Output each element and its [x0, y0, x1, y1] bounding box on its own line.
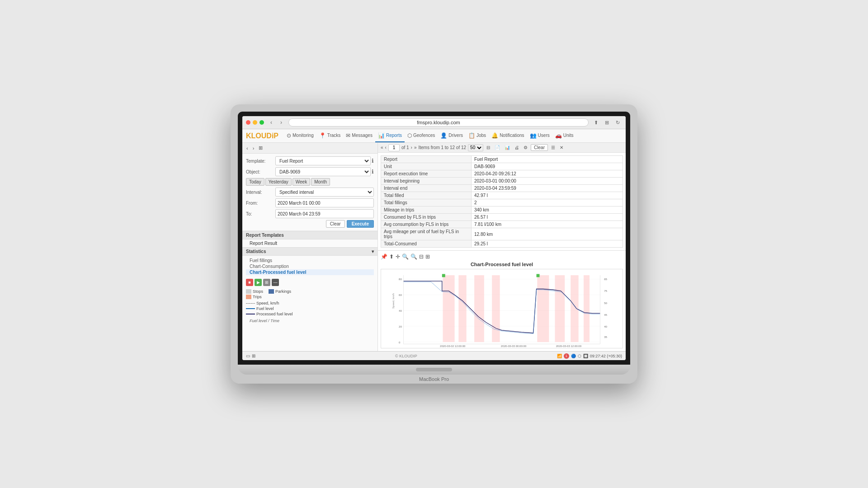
svg-text:75: 75	[604, 289, 607, 292]
map-play-button[interactable]: ▶	[255, 279, 262, 286]
today-button[interactable]: Today	[246, 178, 264, 186]
refresh-button[interactable]: ↻	[613, 118, 622, 127]
svg-rect-20	[474, 275, 484, 342]
chart-tool-settings[interactable]: ⊞	[425, 253, 430, 260]
status-right: 📶 1 🔵 ⬡ 🔲 09:27:42 (+05:30)	[557, 353, 622, 359]
chart-tool-share[interactable]: ⬆	[389, 253, 394, 260]
clear-button[interactable]: Clear	[326, 220, 345, 228]
last-page-button[interactable]: »	[414, 145, 417, 150]
nav-item-messages[interactable]: ✉ Messages	[343, 129, 375, 142]
svg-text:2020-03-03 00:00:00: 2020-03-03 00:00:00	[501, 344, 527, 347]
interval-select[interactable]: Specified interval	[275, 188, 374, 197]
nav-item-units[interactable]: 🚗 Units	[552, 129, 576, 142]
tab-button[interactable]: ⊞	[602, 118, 611, 127]
svg-rect-27	[537, 274, 540, 277]
first-page-button[interactable]: «	[381, 145, 383, 150]
template-select[interactable]: Fuel Report	[275, 156, 371, 165]
share-button[interactable]: ⬆	[591, 118, 600, 127]
from-input[interactable]	[275, 198, 374, 207]
nav-item-jobs[interactable]: 📋 Jobs	[466, 129, 489, 142]
yesterday-button[interactable]: Yesterday	[265, 178, 292, 186]
speed-legend-label: Speed, km/h	[256, 301, 279, 305]
reports-icon: 📊	[378, 132, 385, 139]
chart-tool-zoom-in[interactable]: 🔍	[402, 253, 409, 260]
table-cell-label: Avg consumption by FLS in trips	[381, 221, 472, 228]
chart-toolbar: 📌 ⬆ ✛ 🔍 🔍 ⊟ ⊞	[381, 253, 623, 260]
statistics-collapse-icon[interactable]: ▾	[372, 249, 374, 254]
prev-page-button[interactable]: ‹	[385, 145, 387, 150]
table-cell-value: 12.80 km	[472, 228, 623, 240]
chart-tool-zoom-out[interactable]: 🔍	[410, 253, 417, 260]
table-cell-label: Unit	[381, 163, 472, 170]
report-result-item[interactable]: Report Result	[242, 239, 377, 247]
maximize-button[interactable]	[259, 120, 264, 125]
speed-legend-line	[246, 303, 255, 304]
next-page-button[interactable]: ›	[411, 145, 412, 150]
table-cell-label: Report	[381, 156, 472, 163]
nav-item-drivers[interactable]: 👤 Drivers	[438, 129, 466, 142]
panel-grid-button[interactable]: ⊞	[257, 145, 264, 151]
nav-item-geofences[interactable]: ⬡ Geofences	[405, 129, 438, 142]
report-pdf-button[interactable]: 📄	[493, 145, 501, 150]
status-grid-button[interactable]: ⊞	[252, 353, 255, 358]
object-info-button[interactable]: ℹ	[372, 169, 374, 175]
address-bar[interactable]: fmspro.kloudip.com	[288, 118, 589, 127]
panel-next-button[interactable]: ›	[251, 145, 256, 151]
logo-accent: iP	[272, 132, 278, 140]
fuel-legend-line	[246, 308, 255, 309]
report-table-area: ReportFuel ReportUnitDAB-9069Report exec…	[378, 153, 626, 251]
tracks-label: Tracks	[327, 133, 341, 138]
clear-report-button[interactable]: Clear	[531, 144, 548, 151]
chart-processed-fuel-item[interactable]: Chart-Processed fuel level	[246, 269, 374, 275]
nav-item-tracks[interactable]: 📍 Tracks	[316, 129, 344, 142]
macbook-label: MacBook Pro	[238, 375, 630, 384]
template-info-button[interactable]: ℹ	[372, 158, 374, 164]
to-input[interactable]	[275, 209, 374, 218]
page-number-input[interactable]	[388, 144, 400, 151]
status-icon-4: 🔲	[583, 354, 588, 358]
status-icon-1: 📶	[557, 354, 562, 358]
back-button[interactable]: ‹	[267, 118, 276, 127]
execute-button[interactable]: Execute	[347, 220, 374, 228]
laptop-notch	[416, 368, 452, 371]
status-time: 09:27:42 (+05:30)	[590, 354, 622, 358]
chart-tool-crosshair[interactable]: ✛	[396, 253, 400, 260]
week-button[interactable]: Week	[292, 178, 310, 186]
table-cell-label: Interval end	[381, 185, 472, 192]
chart-tool-pin[interactable]: 📌	[381, 253, 387, 260]
notification-badge: 1	[564, 353, 569, 359]
map-minus-button[interactable]: —	[272, 279, 279, 286]
map-stop-button[interactable]: ■	[246, 279, 253, 286]
fuel-fillings-item[interactable]: Fuel fillings	[246, 258, 374, 263]
table-cell-value: 340 km	[472, 206, 623, 214]
units-icon: 🚗	[555, 132, 562, 139]
report-close-button[interactable]: ✕	[558, 145, 565, 150]
report-table-button[interactable]: ⊟	[485, 145, 491, 150]
report-filter-button[interactable]: ⚙	[522, 145, 529, 150]
drivers-label: Drivers	[448, 133, 463, 138]
map-grid-button[interactable]: ⊞	[263, 279, 270, 286]
month-button[interactable]: Month	[311, 178, 330, 186]
report-layout-button[interactable]: ☰	[550, 145, 557, 150]
forward-button[interactable]: ›	[277, 118, 286, 127]
nav-item-monitoring[interactable]: ⊙ Monitoring	[284, 129, 316, 142]
nav-item-notifications[interactable]: 🔔 Notifications	[489, 129, 527, 142]
status-panel-button[interactable]: ▭	[246, 353, 250, 358]
nav-item-users[interactable]: 👥 Users	[527, 129, 552, 142]
page-size-select[interactable]: 50	[468, 144, 483, 151]
minimize-button[interactable]	[253, 120, 257, 125]
table-row: Mileage in trips340 km	[381, 206, 623, 214]
svg-text:80: 80	[399, 277, 402, 281]
chart-tool-table[interactable]: ⊟	[419, 253, 424, 260]
svg-rect-22	[537, 275, 549, 342]
nav-item-reports[interactable]: 📊 Reports	[375, 129, 405, 142]
close-button[interactable]	[246, 120, 250, 125]
table-cell-label: Total-Consumed	[381, 240, 472, 248]
report-excel-button[interactable]: 📊	[503, 145, 511, 150]
panel-prev-button[interactable]: ‹	[245, 145, 250, 151]
object-select[interactable]: DAB-9069	[275, 167, 371, 176]
svg-rect-21	[492, 275, 500, 342]
chart-consumption-item[interactable]: Chart-Consumption	[246, 263, 374, 269]
report-print-button[interactable]: 🖨	[513, 145, 520, 150]
svg-text:20: 20	[399, 325, 402, 328]
